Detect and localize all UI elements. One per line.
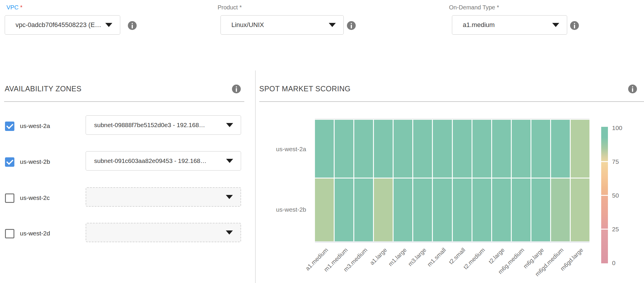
vpc-info-icon[interactable]: [128, 21, 137, 30]
chevron-down-icon: [226, 230, 233, 235]
subnet-select-us-west-2b[interactable]: subnet-091c603aa82e09453 - 192.168…: [86, 151, 241, 171]
heatmap-cell: [472, 178, 491, 241]
heatmap-cell: [374, 178, 393, 241]
heatmap-column-t2.small: [453, 120, 472, 241]
az-zone-label: us-west-2d: [20, 230, 50, 237]
heatmap-column-a1.medium: [315, 120, 334, 241]
vpc-required-mark: *: [20, 4, 23, 11]
heatmap-cell: [354, 120, 373, 178]
heatmap-cell: [512, 178, 531, 241]
heatmap-cell: [354, 178, 373, 241]
heatmap-cell: [531, 178, 550, 241]
az-zone-label: us-west-2c: [20, 194, 50, 201]
colorbar-tick: 0: [612, 260, 616, 267]
colorbar-segment: [601, 196, 608, 229]
on-demand-type-label-text: On-Demand Type: [449, 4, 495, 11]
az-checkbox-us-west-2d[interactable]: [5, 229, 14, 238]
heatmap-colorbar: [601, 127, 608, 263]
heatmap-x-label: m1.large: [370, 247, 408, 283]
subnet-select-value: subnet-091c603aa82e09453 - 192.168…: [86, 157, 226, 164]
heatmap-cell: [335, 178, 353, 241]
az-checkbox-us-west-2c[interactable]: [5, 193, 14, 203]
heatmap-cell: [551, 120, 570, 178]
subnet-select-us-west-2d[interactable]: [86, 223, 241, 242]
on-demand-type-select[interactable]: a1.medium: [452, 15, 567, 35]
availability-zones-divider: [4, 101, 244, 102]
heatmap-cell: [492, 178, 511, 241]
heatmap-cell: [551, 178, 570, 241]
chevron-down-icon: [226, 195, 233, 199]
heatmap-x-label: m6gd.medium: [527, 247, 565, 283]
heatmap-column-a1.large: [374, 120, 393, 241]
colorbar-tick: 100: [612, 124, 622, 132]
on-demand-type-label: On-Demand Type *: [449, 4, 499, 11]
heatmap-x-label: m1.small: [409, 247, 447, 283]
heatmap-x-label: t2.large: [468, 247, 506, 283]
heatmap-cell: [492, 120, 511, 178]
heatmap-column-m1.large: [394, 120, 412, 241]
product-select[interactable]: Linux/UNIX: [221, 15, 344, 35]
product-required-mark: *: [240, 4, 242, 11]
heatmap-cell: [374, 120, 393, 178]
vpc-label: VPC *: [6, 4, 22, 11]
on-demand-type-required-mark: *: [497, 4, 499, 11]
az-checkbox-us-west-2a[interactable]: [5, 122, 14, 131]
heatmap-cell: [394, 120, 412, 178]
chevron-down-icon: [226, 159, 233, 163]
heatmap-x-label: t2.medium: [448, 247, 487, 283]
product-info-icon[interactable]: [347, 21, 356, 30]
az-zone-label: us-west-2a: [20, 122, 50, 129]
heatmap-column-m3.medium: [354, 120, 373, 241]
vpc-select[interactable]: vpc-0adcb70f645508223 (EKS-VPC): [5, 15, 120, 35]
colorbar-segment: [601, 230, 608, 263]
heatmap-cell: [413, 178, 432, 241]
heatmap-cell: [413, 120, 432, 178]
heatmap-column-m6g.large: [531, 120, 550, 241]
availability-zones-title: AVAILABILITY ZONES: [5, 85, 82, 93]
heatmap-x-label: m6g.medium: [488, 247, 526, 283]
heatmap-column-t2.medium: [472, 120, 491, 241]
availability-zones-info-icon[interactable]: [232, 85, 241, 93]
az-zone-label: us-west-2b: [20, 158, 50, 165]
spot-market-scoring-title: SPOT MARKET SCORING: [259, 85, 350, 93]
heatmap-column-m6gd.medium: [551, 120, 570, 241]
heatmap-x-axis-labels: a1.mediumm1.mediumm3.mediuma1.largem1.la…: [315, 247, 589, 283]
heatmap-column-m6gd.large: [571, 120, 589, 241]
heatmap-cell: [571, 178, 589, 241]
colorbar-tick: 50: [612, 192, 619, 199]
heatmap-column-m1.medium: [335, 120, 353, 241]
subnet-select-value: subnet-09888f7be5152d0e3 - 192.168…: [86, 122, 226, 129]
heatmap-cell: [335, 120, 353, 178]
heatmap-row-label: us-west-2a: [255, 146, 306, 153]
chevron-down-icon: [552, 23, 559, 27]
colorbar-tick: 75: [612, 158, 619, 165]
heatmap-column-m6g.medium: [512, 120, 531, 241]
vpc-label-text: VPC: [6, 4, 18, 11]
subnet-select-us-west-2a[interactable]: subnet-09888f7be5152d0e3 - 192.168…: [86, 115, 241, 135]
heatmap: [315, 120, 589, 241]
heatmap-column-m3.large: [413, 120, 432, 241]
heatmap-cell: [433, 120, 452, 178]
chevron-down-icon: [329, 23, 336, 27]
heatmap-cell: [394, 178, 412, 241]
heatmap-top-border: [315, 119, 589, 119]
heatmap-x-label: a1.large: [350, 247, 389, 283]
chevron-down-icon: [105, 23, 112, 27]
subnet-select-us-west-2c[interactable]: [86, 187, 241, 207]
heatmap-row-label: us-west-2b: [255, 206, 306, 213]
heatmap-cell: [315, 120, 334, 178]
spot-market-scoring-divider: [259, 101, 644, 102]
chevron-down-icon: [226, 123, 233, 127]
heatmap-cell: [433, 178, 452, 241]
heatmap-cell: [472, 120, 491, 178]
az-checkbox-us-west-2b[interactable]: [5, 157, 14, 167]
colorbar-tick: 25: [612, 226, 619, 233]
product-label-text: Product: [218, 4, 238, 11]
vpc-select-value: vpc-0adcb70f645508223 (EKS-VPC): [5, 21, 105, 29]
on-demand-type-select-value: a1.medium: [452, 21, 552, 29]
on-demand-type-info-icon[interactable]: [570, 21, 579, 30]
heatmap-bottom-border: [315, 242, 589, 242]
spot-market-scoring-info-icon[interactable]: [628, 85, 637, 93]
panel-divider: [255, 70, 256, 283]
product-label: Product *: [218, 4, 242, 11]
